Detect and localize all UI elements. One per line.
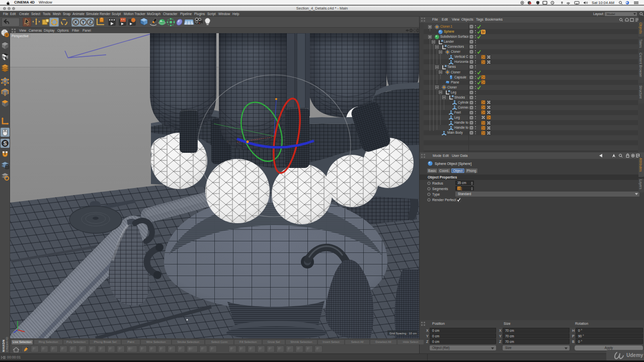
svg-text:X: X <box>74 19 77 25</box>
svg-text:Sat 10:04 AM: Sat 10:04 AM <box>592 1 614 5</box>
svg-text:Perspective: Perspective <box>12 34 29 38</box>
svg-text:Grid Spacing : 10 cm: Grid Spacing : 10 cm <box>389 332 417 335</box>
svg-text:Y: Y <box>82 19 85 25</box>
svg-text:S: S <box>4 141 7 146</box>
svg-text:Z: Z <box>89 19 92 25</box>
